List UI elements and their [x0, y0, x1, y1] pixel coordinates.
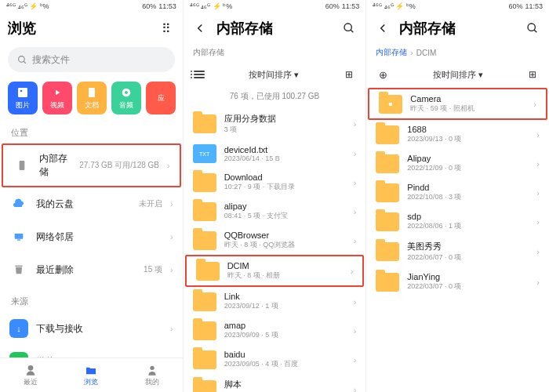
crumb-root[interactable]: 内部存储: [376, 47, 407, 58]
folder-icon: [376, 212, 399, 231]
status-left: ⁴⁶ᴳ ₄₆ᴳ ⚡ ᵇ%: [6, 2, 49, 10]
folder-icon: [379, 95, 402, 114]
chevron-icon: ›: [167, 161, 170, 170]
search-input[interactable]: 搜索文件: [8, 47, 175, 72]
folder-Download[interactable]: Download10:27 · 9 项 · 下载目录›: [184, 168, 366, 197]
folder-Camera[interactable]: Camera昨天 · 59 项 · 照相机›: [368, 88, 547, 120]
row-我的云盘[interactable]: 我的云盘未开启›: [0, 187, 183, 220]
row-内部存储[interactable]: 内部存储27.73 GB 可用/128 GB›: [2, 143, 181, 187]
chevron-icon: ›: [354, 385, 357, 392]
folder-icon: [193, 321, 216, 340]
nav-我的[interactable]: 我的: [122, 358, 183, 392]
back-icon[interactable]: [191, 20, 209, 37]
folder-icon: [193, 173, 216, 192]
sort-button[interactable]: 按时间排序 ▾: [213, 69, 335, 81]
topbar: 内部存储: [184, 13, 366, 44]
folder-alipay[interactable]: alipay08:41 · 5 项 · 支付宝›: [184, 197, 366, 226]
back-icon[interactable]: [374, 20, 391, 37]
svg-rect-7: [20, 161, 25, 170]
pane-dcim: ⁴⁶ᴳ ₄₆ᴳ ⚡ ᵇ% 60% 11:53 内部存储 内部存储 › DCIM …: [366, 0, 549, 392]
source-下载与接收[interactable]: ↓下载与接收›: [0, 312, 183, 345]
category-图片[interactable]: 图片: [8, 82, 38, 114]
trash-icon: [9, 260, 28, 279]
breadcrumb[interactable]: 内部存储 › DCIM: [366, 44, 549, 61]
chevron-icon: ›: [170, 324, 173, 333]
chevron-icon: ›: [536, 159, 540, 169]
search-icon[interactable]: [524, 20, 541, 37]
folder-icon: [376, 125, 399, 144]
folder-应用分身数据[interactable]: 应用分身数据3 项›: [184, 108, 366, 140]
svg-rect-1: [18, 88, 27, 97]
svg-rect-4: [89, 88, 95, 97]
search-icon[interactable]: [340, 20, 358, 37]
folder-美图秀秀[interactable]: 美图秀秀2022/06/07 · 0 项›: [366, 236, 549, 267]
folder-JianYing[interactable]: JianYing2022/03/07 · 0 项›: [366, 267, 549, 296]
grid-icon[interactable]: ⊞: [524, 66, 541, 83]
folder-deviceId.txt[interactable]: TXTdeviceId.txt2023/06/14 · 15 B›: [184, 140, 366, 168]
svg-point-6: [125, 91, 128, 94]
bottom-nav: 最近浏览我的: [0, 358, 183, 392]
section-location: 位置: [0, 118, 183, 143]
folder-QQBrowser[interactable]: QQBrowser昨天 · 8 项 · QQ浏览器›: [184, 226, 366, 255]
source-微信[interactable]: ❂微信›: [0, 345, 183, 358]
chevron-icon: ›: [354, 355, 357, 365]
nav-浏览[interactable]: 浏览: [61, 358, 122, 392]
svg-point-13: [344, 24, 351, 31]
folder-icon: [193, 114, 216, 133]
chevron-icon: ›: [170, 199, 173, 209]
folder-DCIM[interactable]: DCIM昨天 · 8 项 · 相册›: [185, 255, 365, 287]
svg-rect-9: [17, 239, 20, 240]
search-icon: [17, 55, 27, 65]
app-icon: ❂: [9, 352, 28, 358]
category-音频[interactable]: 音频: [111, 82, 141, 114]
row-网络邻居[interactable]: 网络邻居›: [0, 220, 183, 253]
sort-button[interactable]: 按时间排序 ▾: [398, 69, 518, 81]
chevron-icon: ›: [536, 278, 540, 287]
row-最近删除[interactable]: 最近删除15 项›: [0, 253, 183, 286]
sort-bar: 按时间排序 ▾ ⊞: [184, 61, 366, 88]
categories: 图片视频文档音频应: [0, 75, 183, 118]
svg-point-0: [19, 56, 25, 62]
topbar: 浏览 ⠿: [0, 13, 183, 44]
sort-bar: ⊕ 按时间排序 ▾ ⊞: [366, 61, 549, 88]
status-right: 60% 11:53: [142, 2, 176, 10]
phone-icon: [13, 156, 31, 175]
svg-marker-3: [56, 89, 60, 95]
breadcrumb[interactable]: 内部存储: [184, 44, 366, 61]
folder-icon: [193, 202, 216, 221]
chevron-icon: ›: [354, 236, 357, 245]
folder-1688[interactable]: 16882023/09/13 · 0 项›: [366, 120, 549, 149]
category-应[interactable]: 应: [146, 82, 176, 114]
status-bar: ⁴⁶ᴳ ₄₆ᴳ ⚡ ᵇ% 60% 11:53: [184, 0, 366, 13]
folder-Alipay[interactable]: Alipay2022/12/09 · 0 项›: [366, 149, 549, 178]
category-文档[interactable]: 文档: [77, 82, 107, 114]
chevron-icon: ›: [354, 207, 357, 216]
view-list-icon[interactable]: [191, 71, 207, 78]
category-视频[interactable]: 视频: [42, 82, 72, 114]
folder-icon: [376, 242, 399, 261]
folder-amap[interactable]: amap2023/09/09 · 5 项›: [184, 316, 366, 345]
chevron-icon: ›: [354, 149, 357, 158]
folder-Link[interactable]: Link2023/09/12 · 1 项›: [184, 287, 366, 316]
status-bar: ⁴⁶ᴳ ₄₆ᴳ ⚡ ᵇ% 60% 11:53: [0, 0, 183, 13]
new-folder-icon[interactable]: ⊕: [374, 66, 391, 83]
folder-sdp[interactable]: sdp2022/08/06 · 1 项›: [366, 207, 549, 236]
app-icon: ↓: [9, 319, 28, 338]
folder-脚本[interactable]: 脚本2023/09/05 · 0 项›: [184, 374, 366, 392]
folder-icon: [376, 183, 399, 202]
folder-baidu[interactable]: baidu2023/09/05 · 4 项 · 百度›: [184, 345, 366, 374]
more-icon[interactable]: ⠿: [158, 20, 175, 37]
chevron-icon: ›: [536, 247, 540, 256]
chevron-icon: ›: [536, 217, 540, 227]
chevron-icon: ›: [536, 188, 540, 198]
folder-Pindd[interactable]: Pindd2022/10/08 · 3 项›: [366, 178, 549, 207]
page-title: 浏览: [8, 19, 150, 38]
net-icon: [9, 227, 28, 246]
folder-icon: [193, 380, 216, 392]
grid-icon[interactable]: ⊞: [340, 66, 358, 83]
folder-icon: [376, 273, 399, 292]
chevron-icon: ›: [170, 265, 173, 274]
nav-最近[interactable]: 最近: [0, 358, 61, 392]
chevron-icon: ›: [533, 100, 536, 109]
crumb-current: DCIM: [416, 49, 437, 57]
